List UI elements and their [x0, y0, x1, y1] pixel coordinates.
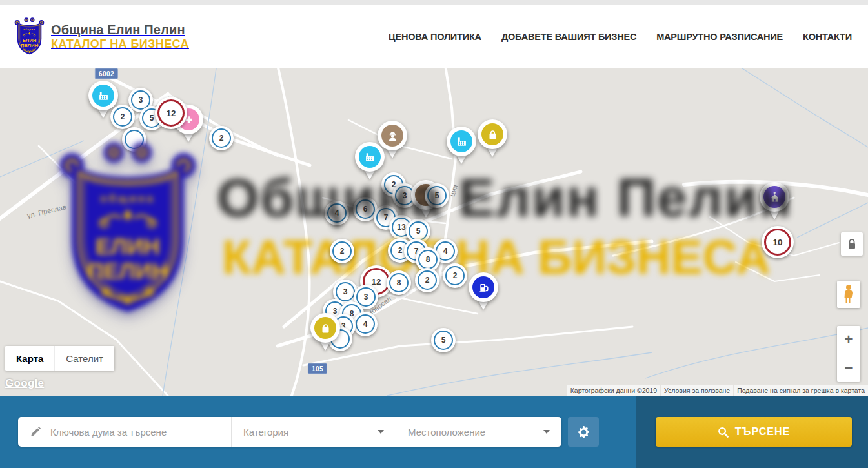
chevron-down-icon [378, 430, 384, 434]
cluster-count: 3 [336, 282, 355, 301]
pin-tail [478, 301, 489, 310]
cluster-marker[interactable]: 8 [387, 270, 411, 295]
cluster-count: 8 [418, 250, 438, 269]
map-type-satellite-button[interactable]: Сателит [54, 346, 114, 371]
location-select[interactable]: Местоположение [396, 417, 561, 447]
pin-marker-bag[interactable] [310, 313, 340, 351]
nav-item-contacts[interactable]: КОНТАКТИ [803, 32, 852, 42]
search-icon [718, 427, 729, 438]
nav-item-pricing[interactable]: ЦЕНОВА ПОЛИТИКА [389, 32, 481, 42]
attribution-report-error-link[interactable]: Подаване на сигнал за грешка в картата [734, 385, 868, 396]
markers-above: 1022748221283338435 [0, 68, 868, 396]
advanced-settings-button[interactable] [568, 417, 599, 447]
cluster-marker[interactable]: 10 [762, 226, 794, 258]
pin-marker-fuel[interactable] [469, 272, 498, 310]
site-logo-link[interactable]: Община Елин Пелин КАТАЛОГ НА БИЗНЕСА [14, 17, 189, 56]
map-attribution: Картографски данни ©2019 Условия за полз… [567, 385, 868, 396]
search-button-label: ТЪРСЕНЕ [735, 426, 790, 438]
pin-tail [320, 341, 330, 351]
pencil-icon [30, 426, 41, 438]
attribution-terms-link[interactable]: Условия за ползване [661, 385, 733, 396]
zoom-out-button[interactable]: − [837, 354, 860, 382]
page-top-strip [0, 0, 868, 5]
cluster-count: 8 [389, 273, 409, 292]
cluster-count: 4 [356, 314, 375, 334]
cluster-count: 2 [418, 270, 437, 290]
site-subtitle: КАТАЛОГ НА БИЗНЕСА [51, 37, 189, 51]
search-submit-button[interactable]: ТЪРСЕНЕ [656, 417, 852, 447]
fuel-icon [478, 281, 490, 294]
category-select-value: Категория [243, 427, 378, 438]
map-type-control: Карта Сателит [5, 346, 114, 371]
keyword-search-input[interactable] [49, 426, 231, 438]
search-pill: Категория Местоположение [18, 417, 561, 447]
cluster-marker[interactable]: 4 [353, 312, 378, 336]
main-nav: ЦЕНОВА ПОЛИТИКА ДОБАВЕТЕ ВАШИЯТ БИЗНЕС М… [389, 32, 852, 42]
header: Община Елин Пелин КАТАЛОГ НА БИЗНЕСА ЦЕН… [0, 5, 868, 69]
map-lock-button[interactable] [841, 232, 863, 256]
cluster-marker[interactable]: 5 [431, 328, 456, 352]
keyword-segment [18, 417, 231, 447]
street-view-pegman-button[interactable] [837, 281, 860, 308]
lock-icon [847, 238, 857, 250]
attribution-copyright: Картографски данни ©2019 [567, 385, 660, 396]
municipality-crest-icon [14, 17, 45, 56]
zoom-in-button[interactable]: + [837, 326, 860, 354]
google-logo[interactable]: Google [5, 377, 44, 390]
category-select[interactable]: Категория [231, 417, 396, 447]
cluster-marker[interactable]: 2 [415, 268, 439, 292]
page: община ЕЛИН ПЕЛИН Община Елин Пелин КАТА… [0, 0, 868, 468]
bag-icon [319, 322, 332, 334]
cluster-marker[interactable]: 2 [330, 239, 354, 263]
chevron-down-icon [543, 430, 550, 434]
location-select-value: Местоположение [408, 427, 543, 438]
pin-head [469, 272, 498, 302]
gear-icon [577, 425, 590, 439]
cluster-count: 2 [332, 241, 352, 261]
nav-item-add-business[interactable]: ДОБАВЕТЕ ВАШИЯТ БИЗНЕС [501, 32, 636, 42]
map-type-map-button[interactable]: Карта [5, 346, 54, 371]
cluster-count: 2 [445, 266, 465, 285]
zoom-control: + − [837, 326, 860, 382]
pin-head [310, 313, 340, 343]
cluster-marker[interactable]: 2 [443, 263, 467, 288]
cluster-count: 5 [434, 331, 453, 350]
search-bar: Категория Местоположение ТЪРСЕНЕ [0, 396, 868, 468]
nav-item-route-schedule[interactable]: МАРШРУТНО РАЗПИСАНИЕ [656, 32, 783, 42]
pegman-icon [842, 284, 856, 305]
map-viewport[interactable]: 6002105 ул. Преславбул. „Новоселции 3251… [0, 68, 868, 396]
cluster-count: 10 [764, 229, 791, 256]
site-title: Община Елин Пелин [51, 23, 189, 37]
